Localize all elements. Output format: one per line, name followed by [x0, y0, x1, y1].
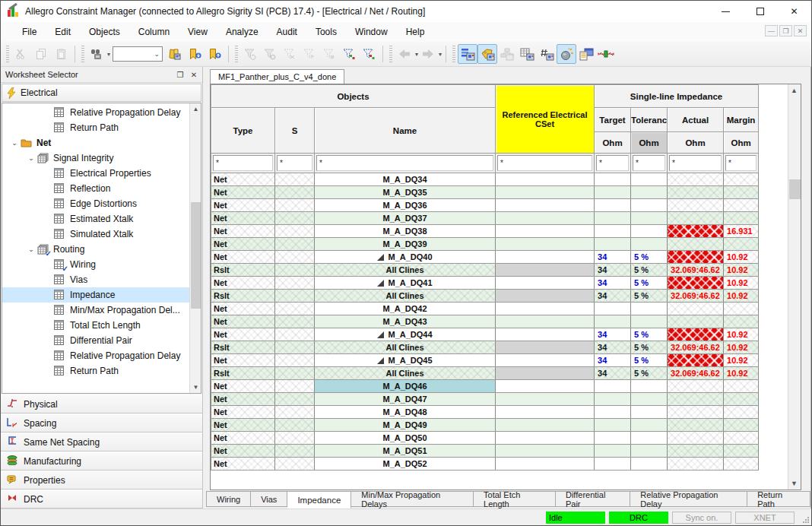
tolerance-cell[interactable] [631, 380, 668, 393]
target-cell[interactable] [595, 186, 631, 199]
table-scroll-thumb[interactable] [789, 179, 801, 199]
category-button-manufacturing[interactable]: Manufacturing [1, 452, 202, 471]
target-cell[interactable] [595, 445, 631, 458]
filter-branch-button[interactable] [300, 44, 319, 64]
minimize-button[interactable] [709, 1, 743, 22]
filter-input[interactable]: * [633, 155, 665, 171]
cut-button[interactable] [11, 44, 31, 64]
filter-cell[interactable]: * [211, 154, 275, 173]
target-cell[interactable] [595, 173, 631, 186]
target-cell[interactable]: 34 [595, 264, 631, 277]
referenced-cset-cell[interactable] [496, 432, 595, 445]
sheet-tab-relative-propagation-delay[interactable]: Relative Propagation Delay [630, 491, 747, 507]
filter-cell[interactable]: * [631, 154, 668, 173]
tolerance-cell[interactable]: 5 % [631, 354, 668, 367]
tree-scroll-up-icon[interactable]: ▲ [190, 103, 201, 115]
target-cell[interactable]: 34 [595, 328, 631, 341]
tolerance-cell[interactable] [631, 458, 668, 471]
target-cell[interactable] [595, 380, 631, 393]
table-scrollbar[interactable]: ▲ ▼ [788, 84, 801, 490]
tree-item-wiring[interactable]: ✓Wiring [2, 257, 189, 272]
expand-triangle-icon[interactable] [377, 331, 384, 338]
name-cell[interactable]: M_A_DQ52 [315, 458, 496, 471]
referenced-cset-cell[interactable] [496, 238, 595, 251]
tolerance-cell[interactable]: 5 % [631, 367, 668, 380]
clear-filter-button[interactable] [260, 44, 280, 64]
tolerance-column-header[interactable]: Tolerance [631, 108, 668, 132]
name-cell[interactable]: M_A_DQ34 [315, 173, 496, 186]
name-cell[interactable]: M_A_DQ49 [315, 419, 496, 432]
tolerance-cell[interactable]: 5 % [631, 328, 668, 341]
expand-triangle-icon[interactable] [377, 254, 384, 261]
menu-objects[interactable]: Objects [81, 24, 128, 40]
copy-button[interactable] [31, 44, 51, 64]
target-cell[interactable]: 34 [595, 354, 631, 367]
tree-item-return-path[interactable]: Return Path [2, 363, 189, 379]
tolerance-cell[interactable]: 5 % [631, 290, 668, 303]
forward-button[interactable] [418, 44, 438, 64]
target-cell[interactable]: 34 [595, 341, 631, 354]
tree-item-relative-propagation-delay[interactable]: Relative Propagation Delay [2, 348, 189, 363]
menu-file[interactable]: File [14, 24, 44, 40]
find-dropdown-arrow[interactable]: ▾ [107, 51, 110, 58]
tree-item-edge-distortions[interactable]: Edge Distortions [2, 196, 189, 211]
tree-scrollbar[interactable]: ▲ ▼ [189, 103, 201, 393]
tree-item-min-max-propagation-del-[interactable]: Min/Max Propagation Del... [2, 303, 189, 318]
sheet-tab-differential-pair[interactable]: Differential Pair [556, 491, 630, 507]
tree-item-return-path[interactable]: Return Path [2, 120, 189, 135]
sheet-tab-vias[interactable]: Vias [251, 491, 287, 507]
referenced-cset-cell[interactable] [496, 328, 595, 341]
target-cell[interactable] [595, 458, 631, 471]
referenced-cset-cell[interactable] [496, 277, 595, 290]
filter-cell[interactable]: * [668, 154, 724, 173]
target-cell[interactable] [595, 406, 631, 419]
target-cell[interactable] [595, 419, 631, 432]
forward-history-dropdown[interactable]: ▾ [439, 51, 442, 58]
tree-item-differential-pair[interactable]: Differential Pair [2, 333, 189, 348]
table-scroll-down-icon[interactable]: ▼ [788, 477, 801, 490]
worksheet-view-toggle[interactable] [517, 44, 537, 64]
refresh-filter-button[interactable] [240, 44, 260, 64]
show-cset-toggle[interactable] [477, 44, 497, 64]
name-cell[interactable]: M_A_DQ40 [315, 251, 496, 264]
name-cell[interactable]: M_A_DQ46 [315, 380, 496, 393]
tolerance-cell[interactable]: 5 % [631, 251, 668, 264]
name-cell[interactable]: M_A_DQ41 [315, 277, 496, 290]
category-button-physical[interactable]: Physical [1, 394, 202, 414]
menu-analyze[interactable]: Analyze [218, 24, 266, 40]
filter-input[interactable]: * [213, 155, 273, 171]
name-cell[interactable]: M_A_DQ51 [315, 445, 496, 458]
referenced-cset-cell[interactable] [496, 419, 595, 432]
tolerance-cell[interactable] [631, 419, 668, 432]
menu-edit[interactable]: Edit [47, 24, 78, 40]
referenced-cset-cell[interactable] [496, 315, 595, 328]
tree-item-net[interactable]: ⌄Net [2, 135, 189, 151]
tree-item-electrical-properties[interactable]: Electrical Properties [2, 166, 189, 181]
mdi-close-button[interactable]: ✕ [794, 25, 807, 36]
referenced-cset-cell[interactable] [496, 303, 595, 315]
referenced-cset-cell[interactable] [496, 212, 595, 225]
name-cell[interactable]: M_A_DQ38 [315, 225, 496, 238]
tree-item-signal-integrity[interactable]: ⌄Signal Integrity [2, 151, 189, 166]
previous-bookmark-button[interactable] [205, 44, 224, 64]
category-button-same-net-spacing[interactable]: Same Net Spacing [1, 433, 202, 452]
referenced-cset-cell[interactable] [496, 406, 595, 419]
referenced-cset-cell[interactable] [496, 445, 595, 458]
referenced-cset-cell[interactable] [496, 458, 595, 471]
target-cell[interactable] [595, 238, 631, 251]
referenced-cset-cell[interactable] [496, 173, 595, 186]
filter-input[interactable]: * [669, 155, 722, 171]
tree-item-impedance[interactable]: Impedance [2, 287, 189, 303]
document-tab[interactable]: MF1_Panther_plus_C_v4_done [210, 69, 344, 84]
referenced-cset-cell[interactable] [496, 264, 595, 277]
name-cell[interactable]: M_A_DQ48 [315, 406, 496, 419]
target-cell[interactable]: 34 [595, 277, 631, 290]
sheet-tab-total-etch-length[interactable]: Total Etch Length [474, 491, 556, 507]
tolerance-cell[interactable] [631, 238, 668, 251]
search-combobox[interactable]: ⌄ [113, 46, 163, 62]
sheet-tab-min-max-propagation-delays[interactable]: Min/Max Propagation Delays [351, 491, 474, 507]
single-line-impedance-group-header[interactable]: Single-line Impedance [595, 85, 759, 108]
chevron-down-icon[interactable]: ⌄ [25, 154, 37, 162]
tolerance-cell[interactable]: 5 % [631, 277, 668, 290]
name-cell[interactable]: M_A_DQ35 [315, 186, 496, 199]
